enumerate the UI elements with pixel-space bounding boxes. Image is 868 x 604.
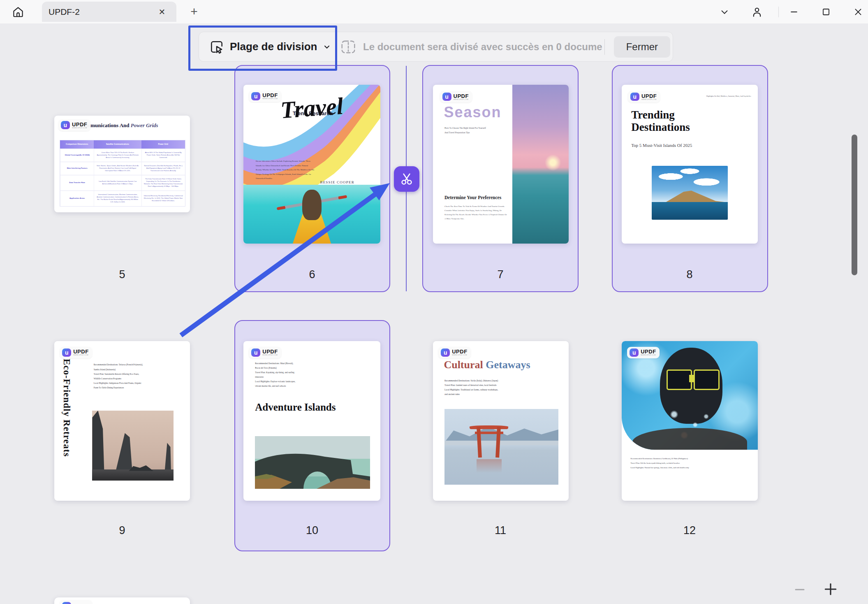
- page-thumbnail-11[interactable]: Cultural Getaways Recommended Destinatio…: [433, 341, 569, 501]
- updf-logo-icon: u: [251, 348, 260, 357]
- minimize-icon: [789, 7, 799, 17]
- chevron-down-icon: [322, 42, 331, 51]
- mask-bridge: [689, 375, 694, 382]
- updf-logo-icon: u: [62, 602, 71, 604]
- table-cell: About 80% Of The Global Population Is Co…: [141, 149, 185, 162]
- updf-logo-icon: u: [630, 348, 639, 357]
- page9-title: Eco-Friendly Retreats: [61, 359, 72, 486]
- table-cell: Natural Disasters (Such As Earthquakes, …: [141, 162, 185, 175]
- split-range-dropdown[interactable]: Plage de division: [199, 39, 334, 55]
- maximize-button[interactable]: [817, 0, 836, 23]
- chevron-down-icon: [719, 7, 730, 17]
- updf-site: WWW.UPDF.COM: [72, 127, 87, 129]
- page6-body: Ocean Adventures Often Include Exploring…: [256, 159, 315, 181]
- page-thumbnail-9[interactable]: Eco-Friendly Retreats Recommended Destin…: [54, 341, 190, 501]
- torii-top-beam: [470, 425, 508, 429]
- page-number-8: 8: [671, 268, 708, 281]
- page-thumbnail-12[interactable]: Recommended Destinations: Dominica (Cari…: [622, 341, 758, 501]
- updf-logo-icon: u: [441, 348, 450, 357]
- updf-site: WWW.UPDF.COM: [262, 354, 278, 356]
- document-tab[interactable]: UPDF-2 ✕: [42, 2, 176, 22]
- plus-icon: [823, 581, 838, 597]
- page-thumbnail-6[interactable]: Trend Research Travel Ocean Adventures O…: [243, 85, 380, 244]
- page-number-12: 12: [671, 524, 708, 537]
- page10-photo: [255, 436, 370, 489]
- vertical-scrollbar-thumb[interactable]: [852, 135, 857, 275]
- table-row-label: Global Coverage(As Of 2024): [60, 149, 94, 162]
- mask-right-lens: [694, 369, 719, 390]
- page-number-10: 10: [294, 524, 331, 537]
- page8-subtitle: Top 5 Must-Visit Islands Of 2025: [631, 143, 692, 148]
- page-number-9: 9: [104, 524, 141, 537]
- sky-water: [444, 409, 558, 485]
- page-number-5: 5: [104, 268, 141, 281]
- updf-site: WWW.UPDF.COM: [262, 98, 278, 100]
- page11-title-getaways: Getaways: [483, 359, 530, 371]
- close-split-button[interactable]: Fermer: [614, 36, 670, 58]
- table-row-label: Data Transfer Rate: [60, 175, 94, 190]
- page11-title: Cultural Getaways: [444, 359, 530, 371]
- updf-logo-icon: u: [61, 121, 70, 129]
- page7-photo: [512, 85, 569, 244]
- tab-close-icon[interactable]: ✕: [157, 7, 167, 17]
- table-cell: Industrial Electricity, Residential Elec…: [141, 190, 185, 206]
- updf-brand: UPDF: [454, 93, 469, 99]
- cursor-select-icon: [209, 39, 225, 55]
- scissors-icon: [399, 172, 414, 186]
- titlebar-menu-button[interactable]: [715, 0, 734, 23]
- page5-title-italic: Power Grids: [131, 122, 158, 128]
- updf-watermark: u UPDF: [60, 600, 92, 604]
- table-row-label: Main Interfering Factors: [60, 162, 94, 175]
- updf-site: WWW.UPDF.COM: [641, 99, 657, 100]
- minimize-button[interactable]: [785, 0, 803, 23]
- page-thumbnail-7[interactable]: Season How To Choose The Right Island Fo…: [433, 85, 569, 244]
- page9-body: Recommended Destinations: Tetiaroa (Fren…: [94, 362, 181, 390]
- page11-photo: [444, 409, 558, 485]
- page-thumbnail-8[interactable]: Highlights On Bali, Maldives, Santorini,…: [622, 85, 758, 244]
- split-toolbar: Plage de division Le document sera divis…: [199, 32, 673, 62]
- updf-watermark: u UPDFWWW.UPDF.COM: [58, 119, 90, 131]
- zoom-in-button[interactable]: [822, 581, 839, 597]
- split-document-icon: [340, 39, 356, 55]
- page-thumbnail-10[interactable]: Recommended Destinations: Maui (Hawaii),…: [243, 341, 380, 501]
- split-range-label: Plage de division: [230, 40, 317, 53]
- updf-logo-icon: u: [630, 93, 639, 101]
- toolbar-separator: [604, 39, 605, 55]
- page7-title: Season: [444, 104, 501, 121]
- new-tab-button[interactable]: +: [187, 5, 201, 19]
- split-scissors-button[interactable]: [394, 166, 419, 192]
- table-cell: Cover More Than 70% Of The Earth's Surfa…: [94, 149, 141, 162]
- close-window-button[interactable]: [849, 0, 868, 23]
- updf-brand: UPDF: [641, 93, 657, 99]
- updf-watermark: u UPDFWWW.UPDF.COM: [249, 347, 281, 358]
- page-number-6: 6: [294, 268, 331, 281]
- page-thumbnail-5[interactable]: mmunications And Power Grids Comparison …: [54, 116, 190, 212]
- updf-brand: UPDF: [72, 122, 87, 127]
- close-icon: [853, 7, 863, 17]
- page-thumbnail-13-partial[interactable]: u UPDF: [54, 597, 190, 604]
- updf-split-window: UPDF-2 ✕ + Plage de division: [0, 0, 868, 604]
- page6-author: BESSIE COOPER: [320, 180, 354, 184]
- page9-photo: [92, 411, 174, 481]
- home-button[interactable]: [11, 5, 25, 19]
- page12-body: Recommended Destinations: Dominica (Cari…: [631, 457, 750, 470]
- page5-title-regular: mmunications And: [86, 122, 130, 128]
- updf-watermark: u UPDFWWW.UPDF.COM: [438, 347, 470, 358]
- page8-title: Trending Destinations: [631, 109, 715, 133]
- page10-title: Adventure Islands: [255, 402, 337, 414]
- updf-watermark: u UPDFWWW.UPDF.COM: [627, 347, 659, 358]
- tab-title: UPDF-2: [49, 7, 80, 17]
- account-button[interactable]: [747, 0, 767, 23]
- mask-left-lens: [667, 369, 692, 390]
- table-header: Power Grid: [141, 140, 185, 149]
- zoom-out-button[interactable]: [793, 583, 807, 597]
- rock-shore: [92, 469, 174, 481]
- page6-photo: [243, 185, 380, 244]
- table-cell: Solar Storms, Space Debris, And Severe W…: [94, 162, 141, 175]
- page7-body: Check The Best Time To Visit In Terms Of…: [444, 204, 507, 221]
- page-number-7: 7: [482, 268, 519, 281]
- page-number-11: 11: [482, 524, 519, 537]
- updf-watermark: u UPDFWWW.UPDF.COM: [60, 347, 92, 358]
- page11-title-cultural: Cultural: [444, 359, 483, 371]
- updf-logo-icon: u: [251, 92, 260, 100]
